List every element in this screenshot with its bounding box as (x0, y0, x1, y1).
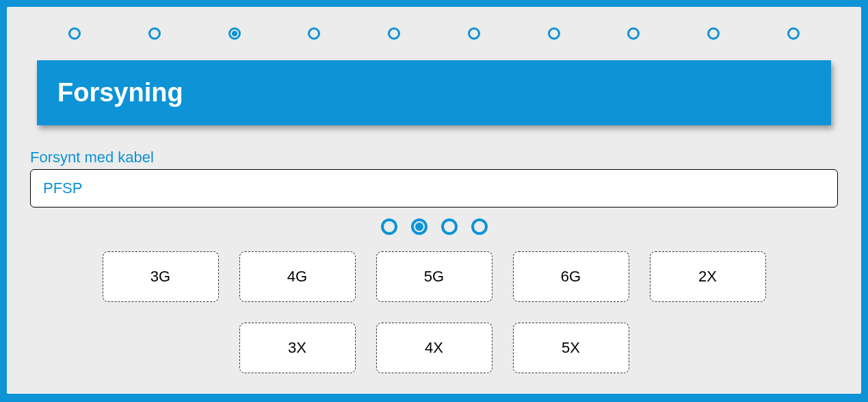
step-dot-9[interactable] (707, 27, 720, 40)
sub-step-2[interactable] (411, 218, 428, 235)
option-3x[interactable]: 3X (239, 323, 356, 373)
sub-step-indicator (27, 218, 841, 235)
option-6g[interactable]: 6G (513, 251, 629, 302)
step-dot-2[interactable] (148, 27, 161, 40)
option-5x[interactable]: 5X (513, 323, 629, 373)
step-dot-10[interactable] (787, 27, 800, 40)
page-title: Forsyning (57, 78, 811, 108)
form-container: Forsyning Forsynt med kabel 3G 4G 5G 6G … (7, 7, 861, 394)
step-dot-6[interactable] (468, 27, 480, 40)
step-dot-1[interactable] (68, 27, 81, 40)
option-2x[interactable]: 2X (650, 251, 766, 302)
sub-step-4[interactable] (471, 218, 488, 235)
step-dot-8[interactable] (627, 27, 640, 40)
options-grid: 3G 4G 5G 6G 2X 3X 4X 5X (27, 251, 841, 373)
step-dot-4[interactable] (308, 27, 320, 40)
cable-field: Forsynt med kabel (27, 149, 841, 208)
option-4x[interactable]: 4X (376, 323, 492, 373)
option-3g[interactable]: 3G (103, 251, 219, 302)
cable-input[interactable] (30, 169, 838, 208)
sub-step-3[interactable] (441, 218, 458, 235)
cable-label: Forsynt med kabel (30, 149, 838, 166)
step-dot-3[interactable] (228, 27, 241, 40)
sub-step-1[interactable] (381, 218, 397, 235)
section-header: Forsyning (37, 60, 831, 125)
step-dot-5[interactable] (388, 27, 400, 40)
option-4g[interactable]: 4G (239, 251, 356, 302)
step-indicator (27, 21, 841, 60)
option-5g[interactable]: 5G (376, 251, 492, 302)
step-dot-7[interactable] (548, 27, 560, 40)
